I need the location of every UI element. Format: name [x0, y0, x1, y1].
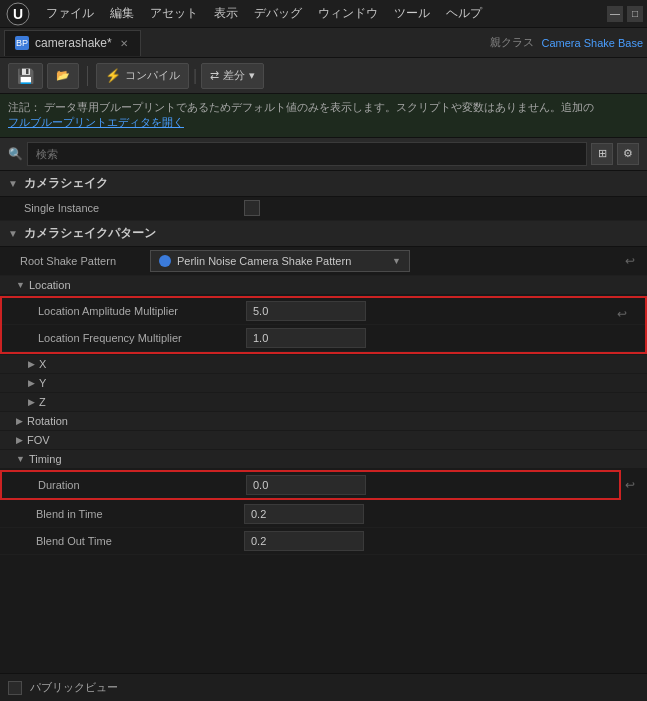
- camera-shake-title: カメラシェイク: [24, 175, 108, 192]
- minimize-button[interactable]: —: [607, 6, 623, 22]
- search-input[interactable]: [27, 142, 587, 166]
- location-highlighted-group: Location Amplitude Multiplier Location F…: [0, 296, 647, 354]
- parent-class-info: 親クラス Camera Shake Base: [490, 35, 644, 50]
- fov-section-header[interactable]: ▶ FOV: [0, 431, 647, 450]
- diff-button[interactable]: ⇄ 差分 ▾: [201, 63, 264, 89]
- location-frequency-value: [242, 325, 645, 351]
- browse-button[interactable]: 📂: [47, 63, 79, 89]
- window-controls: — □: [607, 6, 643, 22]
- timing-title: Timing: [29, 453, 62, 465]
- compile-label: コンパイル: [125, 68, 180, 83]
- rotation-title: Rotation: [27, 415, 68, 427]
- menu-debug[interactable]: デバッグ: [246, 3, 310, 24]
- search-bar: 🔍 ⊞ ⚙: [0, 138, 647, 171]
- tab-label: camerashake*: [35, 36, 112, 50]
- location-arrow-icon: ▼: [16, 280, 25, 290]
- settings-button[interactable]: ⚙: [617, 143, 639, 165]
- info-note-prefix: 注記：: [8, 101, 41, 113]
- search-actions: ⊞ ⚙: [591, 143, 639, 165]
- blend-in-row: Blend in Time: [0, 501, 647, 528]
- rotation-section-header[interactable]: ▶ Rotation: [0, 412, 647, 431]
- duration-row: Duration: [2, 472, 619, 498]
- grid-view-button[interactable]: ⊞: [591, 143, 613, 165]
- duration-value: [242, 472, 619, 498]
- menu-help[interactable]: ヘルプ: [438, 3, 490, 24]
- location-title: Location: [29, 279, 71, 291]
- location-x-header[interactable]: ▶ X: [0, 355, 647, 374]
- root-shake-pattern-dropdown: Perlin Noise Camera Shake Pattern ▼: [150, 250, 621, 272]
- menu-view[interactable]: 表示: [206, 3, 246, 24]
- menu-tools[interactable]: ツール: [386, 3, 438, 24]
- maximize-button[interactable]: □: [627, 6, 643, 22]
- location-x-arrow-icon: ▶: [28, 359, 35, 369]
- root-shake-pattern-row: Root Shake Pattern Perlin Noise Camera S…: [0, 247, 647, 276]
- statusbar: パブリックビュー: [0, 673, 647, 701]
- open-editor-link[interactable]: フルブループリントエディタを開く: [8, 116, 184, 128]
- properties-panel: ▼ カメラシェイク Single Instance ▼ カメラシェイクパターン …: [0, 171, 647, 673]
- tabbar: BP camerashake* ✕ 親クラス Camera Shake Base: [0, 28, 647, 58]
- dropdown-arrow-icon: ▼: [392, 256, 401, 266]
- location-amplitude-value: [242, 298, 645, 324]
- camera-shake-pattern-section-header[interactable]: ▼ カメラシェイクパターン: [0, 221, 647, 247]
- camera-shake-pattern-title: カメラシェイクパターン: [24, 225, 156, 242]
- location-z-label: Z: [39, 396, 46, 408]
- pattern-selected-value: Perlin Noise Camera Shake Pattern: [177, 255, 351, 267]
- blend-in-input[interactable]: [244, 504, 364, 524]
- timing-section-header[interactable]: ▼ Timing: [0, 450, 647, 469]
- blend-in-value: [240, 501, 647, 527]
- app-logo: U: [4, 2, 32, 26]
- compile-button[interactable]: ⚡ コンパイル: [96, 63, 189, 89]
- menubar: U ファイル 編集 アセット 表示 デバッグ ウィンドウ ツール ヘルプ — □: [0, 0, 647, 28]
- location-section-header[interactable]: ▼ Location: [0, 276, 647, 295]
- diff-label: 差分: [223, 68, 245, 83]
- blend-out-row: Blend Out Time: [0, 528, 647, 555]
- save-button[interactable]: 💾: [8, 63, 43, 89]
- statusbar-label: パブリックビュー: [30, 680, 118, 695]
- location-frequency-input[interactable]: [246, 328, 366, 348]
- toolbar: 💾 📂 ⚡ コンパイル | ⇄ 差分 ▾: [0, 58, 647, 94]
- tab-blueprint-icon: BP: [15, 36, 29, 50]
- save-icon: 💾: [17, 68, 34, 84]
- location-x-label: X: [39, 358, 46, 370]
- public-view-checkbox[interactable]: [8, 681, 22, 695]
- location-reset-button[interactable]: ↩: [613, 305, 631, 323]
- location-y-label: Y: [39, 377, 46, 389]
- duration-label: Duration: [2, 476, 242, 494]
- menu-edit[interactable]: 編集: [102, 3, 142, 24]
- camera-shake-arrow-icon: ▼: [8, 178, 20, 189]
- compile-icon: ⚡: [105, 68, 121, 83]
- location-frequency-label: Location Frequency Multiplier: [2, 329, 242, 347]
- location-y-header[interactable]: ▶ Y: [0, 374, 647, 393]
- pattern-select-button[interactable]: Perlin Noise Camera Shake Pattern ▼: [150, 250, 410, 272]
- svg-text:U: U: [13, 6, 23, 22]
- parent-class-prefix: 親クラス: [490, 35, 534, 50]
- camera-shake-section-header[interactable]: ▼ カメラシェイク: [0, 171, 647, 197]
- timing-arrow-icon: ▼: [16, 454, 25, 464]
- search-icon: 🔍: [8, 147, 23, 161]
- single-instance-checkbox[interactable]: [244, 200, 260, 216]
- pattern-dot-icon: [159, 255, 171, 267]
- location-amplitude-label: Location Amplitude Multiplier: [2, 302, 242, 320]
- location-frequency-row: Location Frequency Multiplier: [2, 325, 645, 352]
- diff-arrow-icon: ▾: [249, 69, 255, 82]
- location-z-header[interactable]: ▶ Z: [0, 393, 647, 412]
- duration-reset-button[interactable]: ↩: [621, 476, 639, 494]
- root-shake-reset-button[interactable]: ↩: [621, 252, 639, 270]
- menu-asset[interactable]: アセット: [142, 3, 206, 24]
- location-amplitude-row: Location Amplitude Multiplier: [2, 298, 645, 325]
- info-bar: 注記： データ専用ブループリントであるためデフォルト値のみを表示します。スクリプ…: [0, 94, 647, 138]
- single-instance-row: Single Instance: [0, 197, 647, 221]
- editor-tab[interactable]: BP camerashake* ✕: [4, 30, 141, 56]
- duration-row-container: Duration ↩: [0, 469, 647, 501]
- location-z-arrow-icon: ▶: [28, 397, 35, 407]
- blend-out-input[interactable]: [244, 531, 364, 551]
- menu-window[interactable]: ウィンドウ: [310, 3, 386, 24]
- compile-divider: |: [193, 67, 197, 85]
- location-y-arrow-icon: ▶: [28, 378, 35, 388]
- location-amplitude-input[interactable]: [246, 301, 366, 321]
- menu-file[interactable]: ファイル: [38, 3, 102, 24]
- tab-close-button[interactable]: ✕: [118, 38, 130, 49]
- browse-icon: 📂: [56, 69, 70, 82]
- parent-class-link[interactable]: Camera Shake Base: [542, 37, 644, 49]
- duration-input[interactable]: [246, 475, 366, 495]
